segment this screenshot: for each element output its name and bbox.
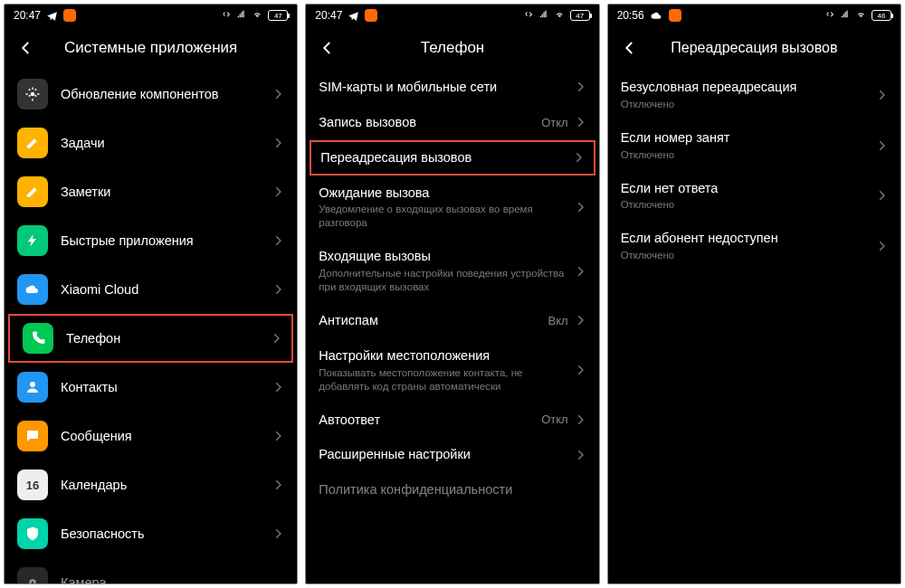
row-advanced-settings[interactable]: Расширенные настройки	[306, 437, 598, 472]
row-label: Задачи	[61, 135, 272, 152]
row-label: Если нет ответа	[621, 180, 875, 197]
chevron-right-icon	[272, 185, 284, 198]
row-label: Безусловная переадресация	[621, 79, 875, 96]
row-calendar[interactable]: 16 Календарь	[5, 460, 297, 509]
row-camera[interactable]: Камера	[5, 558, 297, 583]
shield-icon	[17, 518, 48, 549]
phone-screen-3: 20:56 46 Переадресация вызовов Безусловн…	[607, 4, 901, 584]
row-label: Входящие вызовы	[319, 248, 573, 265]
row-xiaomi-cloud[interactable]: Xiaomi Cloud	[5, 265, 297, 314]
row-label: Ожидание вызова	[319, 185, 573, 202]
signal-icon	[237, 10, 249, 22]
row-call-waiting[interactable]: Ожидание вызова Уведомление о входящих в…	[306, 175, 598, 240]
chevron-right-icon	[270, 332, 282, 345]
battery-icon: 46	[872, 10, 891, 21]
row-forward-busy[interactable]: Если номер занят Отключено	[608, 120, 900, 171]
row-location-settings[interactable]: Настройки местоположения Показывать мест…	[306, 338, 598, 403]
svg-point-1	[30, 382, 35, 387]
row-messages[interactable]: Сообщения	[5, 412, 297, 460]
row-value: Откл	[541, 116, 568, 129]
row-contacts[interactable]: Контакты	[5, 363, 297, 412]
chevron-right-icon	[272, 430, 284, 442]
chevron-right-icon	[574, 81, 586, 93]
status-time: 20:47	[14, 9, 41, 22]
row-call-recording[interactable]: Запись вызовов Откл	[306, 105, 598, 140]
row-label: Безопасность	[61, 526, 272, 543]
recording-indicator-icon	[669, 9, 681, 22]
bolt-icon	[17, 225, 48, 256]
row-label: Если абонент недоступен	[621, 230, 875, 247]
row-sim-cards[interactable]: SIM-карты и мобильные сети	[306, 70, 598, 105]
pencil-icon	[17, 176, 48, 207]
row-value: Откл	[541, 413, 568, 426]
wifi-icon	[252, 10, 264, 22]
row-notes[interactable]: Заметки	[5, 167, 297, 216]
calendar-icon: 16	[17, 469, 48, 500]
row-incoming-calls[interactable]: Входящие вызовы Дополнительные настройки…	[306, 239, 598, 303]
app-list: Обновление компонентов Задачи Заметки Бы…	[5, 70, 297, 583]
wifi-icon	[555, 10, 567, 22]
row-label: Обновление компонентов	[61, 86, 272, 103]
row-subtitle: Отключено	[621, 98, 875, 111]
signal-icon	[841, 10, 853, 22]
settings-list: SIM-карты и мобильные сети Запись вызово…	[306, 70, 598, 583]
row-tasks[interactable]: Задачи	[5, 119, 297, 167]
battery-icon: 47	[570, 10, 590, 21]
row-security[interactable]: Безопасность	[5, 509, 297, 558]
chevron-right-icon	[574, 201, 586, 213]
screen-title: Системные приложения	[14, 39, 288, 57]
chevron-right-icon	[875, 189, 888, 202]
row-call-forwarding[interactable]: Переадресация вызовов	[310, 140, 595, 175]
status-bar: 20:47 47	[5, 5, 297, 26]
row-label: Настройки местоположения	[319, 347, 573, 365]
row-label: Календарь	[61, 477, 272, 494]
svg-point-0	[31, 92, 35, 97]
chevron-right-icon	[272, 283, 284, 296]
screen-header: Системные приложения	[5, 26, 297, 70]
row-privacy-policy[interactable]: Политика конфиденциальности	[306, 472, 598, 507]
forwarding-list: Безусловная переадресация Отключено Если…	[608, 70, 900, 583]
vibrate-icon	[825, 10, 837, 22]
row-forward-unreachable[interactable]: Если абонент недоступен Отключено	[608, 221, 900, 271]
status-time: 20:47	[315, 9, 342, 22]
chevron-right-icon	[272, 88, 284, 100]
row-label: Переадресация вызовов	[320, 149, 571, 166]
row-label: Сообщения	[61, 428, 272, 445]
row-label: Камера	[61, 574, 284, 583]
row-forward-no-answer[interactable]: Если нет ответа Отключено	[608, 171, 900, 222]
chevron-right-icon	[875, 89, 888, 101]
telegram-icon	[46, 10, 58, 22]
recording-indicator-icon	[365, 9, 377, 22]
row-label: SIM-карты и мобильные сети	[319, 79, 573, 96]
row-label: Контакты	[61, 379, 272, 396]
screen-title: Телефон	[315, 39, 589, 57]
phone-screen-1: 20:47 47 Системные приложения Обновление…	[4, 4, 298, 584]
camera-icon	[17, 567, 48, 583]
screen-title: Переадресация вызовов	[617, 40, 891, 56]
battery-icon: 47	[268, 10, 288, 21]
row-forward-always[interactable]: Безусловная переадресация Отключено	[608, 70, 900, 120]
pencil-icon	[17, 128, 48, 158]
row-quick-apps[interactable]: Быстрые приложения	[5, 216, 297, 265]
message-icon	[17, 421, 48, 451]
recording-indicator-icon	[63, 9, 76, 22]
wifi-icon	[856, 10, 868, 22]
row-antispam[interactable]: Антиспам Вкл	[306, 303, 598, 338]
phone-icon	[23, 323, 53, 354]
row-auto-answer[interactable]: Автоответ Откл	[306, 403, 598, 438]
gear-icon	[17, 79, 48, 109]
signal-icon	[539, 10, 551, 22]
phone-screen-2: 20:47 47 Телефон SIM-карты и мобильные с…	[305, 4, 599, 584]
row-label: Телефон	[66, 330, 270, 347]
chevron-right-icon	[574, 449, 586, 461]
chevron-right-icon	[572, 151, 585, 164]
row-label: Заметки	[61, 184, 272, 201]
row-subtitle: Дополнительные настройки поведения устро…	[319, 267, 573, 294]
row-phone[interactable]: Телефон	[8, 314, 293, 363]
row-value: Вкл	[548, 314, 568, 327]
chevron-right-icon	[272, 137, 284, 149]
row-components-update[interactable]: Обновление компонентов	[5, 70, 297, 119]
chevron-right-icon	[272, 234, 284, 247]
chevron-right-icon	[574, 413, 586, 426]
chevron-right-icon	[875, 240, 888, 252]
